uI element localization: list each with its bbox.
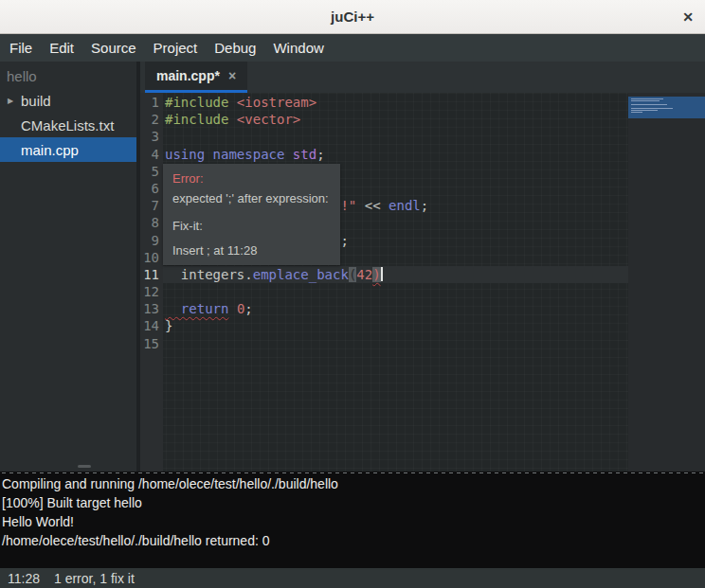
fixit-message: Insert ; at 11:28 bbox=[172, 243, 331, 258]
tree-item-label: main.cpp bbox=[21, 142, 79, 158]
line-number: 9 bbox=[140, 232, 163, 249]
tree-item-label: build bbox=[21, 93, 51, 109]
code-token: emplace_back bbox=[253, 267, 349, 282]
cursor-position: 11:28 bbox=[8, 571, 40, 586]
menu-item-edit[interactable]: Edit bbox=[41, 34, 82, 62]
line-number: 3 bbox=[140, 128, 163, 145]
tree-item-main-cpp[interactable]: main.cpp bbox=[0, 137, 136, 162]
menu-bar: FileEditSourceProjectDebugWindow bbox=[0, 34, 705, 62]
terminal-line: /home/olece/test/hello/./build/hello ret… bbox=[2, 531, 705, 550]
app-window: juCi++ ✕ FileEditSourceProjectDebugWindo… bbox=[0, 0, 705, 588]
editor-column: main.cpp* × 123456789101112131415 #inclu… bbox=[140, 62, 705, 472]
code-line bbox=[163, 335, 705, 352]
fixit-label: Fix-it: bbox=[172, 219, 331, 233]
diagnostics-summary: 1 error, 1 fix it bbox=[54, 571, 135, 586]
menu-item-source[interactable]: Source bbox=[82, 34, 145, 62]
minimap-slider[interactable] bbox=[628, 97, 705, 118]
sidebar-scrollbar[interactable] bbox=[78, 465, 91, 468]
code-line: } bbox=[163, 317, 705, 334]
line-number: 5 bbox=[140, 163, 163, 180]
code-token: 42 bbox=[356, 267, 372, 282]
code-token: ; bbox=[244, 301, 252, 316]
line-number: 15 bbox=[140, 335, 163, 352]
file-tree: ▶buildCMakeLists.txtmain.cpp bbox=[0, 88, 136, 162]
code-token: } bbox=[165, 318, 172, 333]
line-number: 12 bbox=[140, 283, 163, 300]
line-number: 6 bbox=[140, 180, 163, 197]
line-number: 14 bbox=[140, 317, 163, 334]
line-number: 8 bbox=[140, 214, 163, 231]
code-line: integers.emplace_back(42) bbox=[163, 266, 705, 283]
overview-map bbox=[628, 93, 705, 472]
project-root-label: hello bbox=[0, 62, 136, 88]
menu-item-project[interactable]: Project bbox=[145, 34, 207, 62]
tab-close-icon[interactable]: × bbox=[228, 68, 236, 83]
close-window-icon[interactable]: ✕ bbox=[682, 0, 694, 33]
menu-item-file[interactable]: File bbox=[1, 34, 41, 62]
code-token: ) bbox=[372, 267, 380, 282]
file-tree-panel: hello ▶buildCMakeLists.txtmain.cpp bbox=[0, 62, 136, 472]
window-title: juCi++ bbox=[331, 9, 374, 25]
error-label: Error: bbox=[172, 171, 331, 186]
line-number: 1 bbox=[140, 94, 163, 111]
line-number: 13 bbox=[140, 300, 163, 317]
title-bar: juCi++ ✕ bbox=[0, 0, 705, 34]
status-bar: 11:28 1 error, 1 fix it bbox=[0, 568, 705, 588]
menu-item-window[interactable]: Window bbox=[264, 34, 332, 62]
tree-item-cmakelists-txt[interactable]: CMakeLists.txt bbox=[0, 113, 136, 137]
code-line bbox=[163, 128, 705, 145]
terminal-panel[interactable]: Compiling and running /home/olece/test/h… bbox=[0, 472, 705, 568]
gutter: 123456789101112131415 bbox=[140, 93, 163, 472]
code-line: #include <iostream> bbox=[163, 94, 705, 111]
terminal-output: Compiling and running /home/olece/test/h… bbox=[2, 474, 705, 550]
tab-main-cpp[interactable]: main.cpp* × bbox=[145, 62, 247, 93]
diagnostic-tooltip: Error: expected ';' after expression: Fi… bbox=[163, 164, 340, 265]
main-area: hello ▶buildCMakeLists.txtmain.cpp main.… bbox=[0, 62, 705, 472]
code-token: return bbox=[165, 301, 228, 316]
code-token: <iostream> bbox=[237, 95, 316, 110]
code-token: #include bbox=[165, 112, 237, 127]
line-number: 10 bbox=[140, 249, 163, 266]
line-number: 7 bbox=[140, 197, 163, 214]
tree-item-label: CMakeLists.txt bbox=[21, 117, 114, 134]
terminal-line: [100%] Built target hello bbox=[2, 493, 705, 512]
code-token: std bbox=[293, 147, 316, 162]
text-cursor bbox=[381, 267, 383, 281]
code-token: << bbox=[356, 198, 389, 213]
expander-triangle-icon[interactable]: ▶ bbox=[8, 97, 21, 105]
line-number: 2 bbox=[140, 111, 163, 128]
error-message: expected ';' after expression: bbox=[172, 191, 331, 205]
code-token: #include bbox=[165, 95, 237, 110]
code-line bbox=[163, 283, 705, 300]
code-line: return 0; bbox=[163, 300, 705, 317]
code-token: ; bbox=[316, 147, 324, 162]
code-line: #include <vector> bbox=[163, 111, 705, 128]
menu-item-debug[interactable]: Debug bbox=[206, 34, 264, 62]
terminal-line: Compiling and running /home/olece/test/h… bbox=[2, 474, 705, 493]
code-token: using namespace bbox=[165, 147, 293, 162]
code-token: ; bbox=[421, 198, 428, 213]
code-token: integers. bbox=[165, 267, 253, 282]
code-editor[interactable]: 123456789101112131415 #include <iostream… bbox=[140, 93, 705, 472]
terminal-line: Hello World! bbox=[2, 512, 705, 531]
line-number: 11 bbox=[140, 266, 163, 283]
code-token: endl bbox=[389, 198, 421, 213]
line-number: 4 bbox=[140, 146, 163, 163]
code-token: <vector> bbox=[237, 112, 300, 127]
tab-bar: main.cpp* × bbox=[140, 62, 705, 93]
code-token bbox=[228, 301, 236, 316]
tree-item-build[interactable]: ▶build bbox=[0, 88, 136, 113]
code-line: using namespace std; bbox=[163, 146, 705, 163]
tab-label: main.cpp* bbox=[156, 68, 220, 83]
